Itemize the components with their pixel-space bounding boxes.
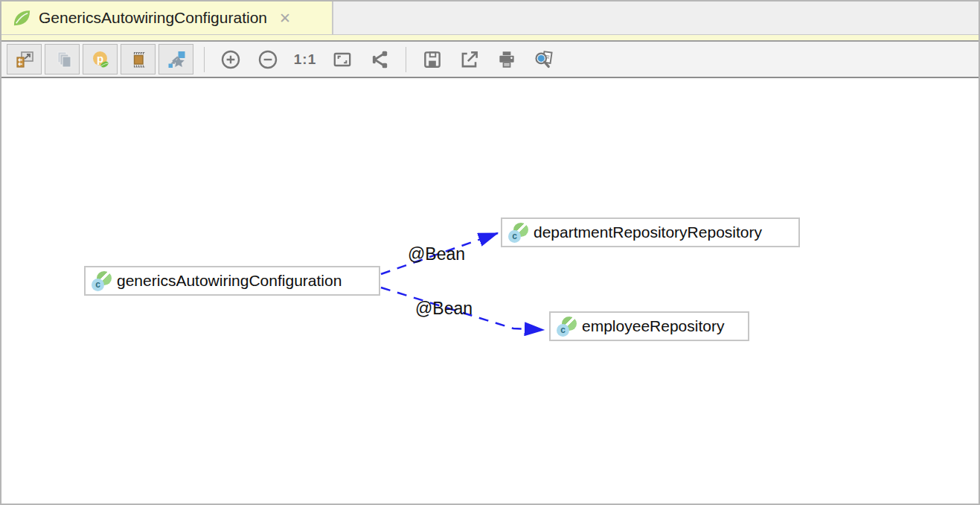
class-badge: c bbox=[92, 279, 104, 291]
zoom-in-icon bbox=[220, 48, 242, 71]
class-badge: c bbox=[508, 230, 521, 243]
actual-size-label: 1:1 bbox=[294, 51, 316, 68]
star-arrows-icon bbox=[166, 49, 187, 70]
bean-name: genericsAutowiringConfiguration bbox=[117, 272, 342, 290]
node-generics-autowiring-configuration[interactable]: c genericsAutowiringConfiguration bbox=[84, 266, 380, 296]
fit-content-button[interactable] bbox=[330, 46, 355, 73]
diagram-canvas[interactable]: @Bean @Bean c genericsAutowiringConfigur… bbox=[1, 78, 979, 504]
node-department-repository-repository[interactable]: c departmentRepositoryRepository bbox=[501, 217, 800, 247]
print-button[interactable] bbox=[494, 46, 519, 73]
spring-properties-icon: p bbox=[90, 49, 111, 70]
chip-button[interactable] bbox=[121, 44, 156, 74]
print-preview-button[interactable] bbox=[531, 46, 557, 73]
diagram-window: GenericsAutowiringConfiguration ✕ bbox=[0, 0, 980, 505]
edge-label-bean-1: @Bean bbox=[408, 244, 465, 264]
save-icon bbox=[421, 48, 443, 71]
toolbar-separator bbox=[406, 47, 406, 72]
tab-title: GenericsAutowiringConfiguration bbox=[39, 9, 267, 27]
spring-bean-icon: c bbox=[557, 317, 577, 337]
frame-arrow-button[interactable] bbox=[7, 44, 42, 74]
print-icon bbox=[496, 48, 518, 71]
svg-text:p: p bbox=[96, 51, 103, 64]
zoom-in-button[interactable] bbox=[218, 46, 243, 73]
chip-icon bbox=[128, 49, 149, 70]
stacked-files-button[interactable] bbox=[45, 44, 80, 74]
diagram-toolbar: p bbox=[1, 42, 979, 78]
zoom-out-icon bbox=[257, 48, 279, 71]
edge-label-bean-2: @Bean bbox=[415, 299, 473, 319]
tab-generics-autowiring-configuration[interactable]: GenericsAutowiringConfiguration ✕ bbox=[1, 1, 333, 34]
apply-layout-icon bbox=[368, 48, 391, 71]
star-collapse-button[interactable] bbox=[158, 44, 193, 74]
bean-name: employeeRepository bbox=[582, 317, 724, 335]
spring-leaf-icon bbox=[10, 7, 32, 29]
export-icon bbox=[458, 48, 481, 71]
toolbar-separator bbox=[204, 47, 205, 72]
editor-tab-bar: GenericsAutowiringConfiguration ✕ bbox=[1, 1, 979, 35]
editor-yellow-strip bbox=[1, 35, 979, 42]
spring-properties-button[interactable]: p bbox=[83, 44, 118, 74]
frame-arrow-icon bbox=[14, 49, 35, 70]
stacked-files-icon bbox=[52, 49, 73, 70]
bean-name: departmentRepositoryRepository bbox=[534, 223, 762, 241]
fit-content-icon bbox=[331, 48, 353, 71]
spring-bean-icon: c bbox=[508, 223, 528, 243]
zoom-out-button[interactable] bbox=[255, 46, 281, 73]
tab-close-icon[interactable]: ✕ bbox=[279, 11, 291, 25]
class-badge: c bbox=[557, 324, 569, 337]
export-button[interactable] bbox=[457, 46, 482, 73]
print-preview-icon bbox=[533, 48, 555, 71]
save-button[interactable] bbox=[420, 46, 445, 73]
actual-size-button[interactable]: 1:1 bbox=[292, 46, 318, 73]
apply-layout-button[interactable] bbox=[367, 46, 392, 73]
node-employee-repository[interactable]: c employeeRepository bbox=[549, 311, 749, 341]
spring-bean-icon: c bbox=[92, 271, 112, 291]
